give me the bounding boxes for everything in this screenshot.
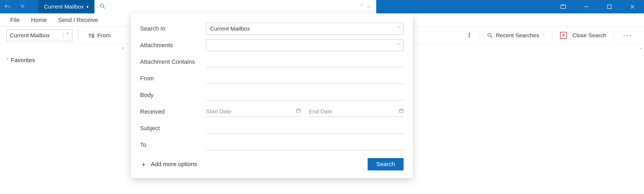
add-more-options-label: Add more options: [151, 161, 197, 168]
attachments-dropdown[interactable]: ˅: [206, 39, 404, 51]
end-date-input[interactable]: [309, 108, 399, 115]
search-button[interactable]: Search: [368, 158, 404, 170]
close-search-button[interactable]: ✕ Close Search: [556, 29, 610, 42]
svg-point-4: [488, 33, 491, 36]
subject-input[interactable]: [206, 123, 404, 134]
search-scope-dropdown[interactable]: Current Mailbox ˅: [6, 29, 72, 41]
to-label: To: [140, 141, 206, 148]
received-label: Received: [140, 108, 206, 115]
separator: [614, 29, 614, 42]
chevron-down-icon: ˅: [397, 26, 400, 31]
title-bar-left: Current Mailbox ▾ ˄ →: [0, 0, 376, 13]
subject-label: Subject: [140, 125, 206, 132]
tab-send-receive[interactable]: Send / Receive: [58, 17, 98, 24]
undo-icon: [4, 3, 11, 10]
svg-point-3: [92, 36, 94, 38]
attachment-contains-label: Attachment Contains: [140, 58, 206, 65]
attachment-contains-input[interactable]: [206, 57, 404, 67]
search-input[interactable]: [109, 4, 360, 10]
from-filter-label: From: [97, 32, 111, 39]
from-filter-button[interactable]: From: [85, 29, 114, 42]
body-input[interactable]: [206, 90, 404, 100]
submit-search-icon[interactable]: →: [365, 3, 371, 10]
search-icon: [99, 3, 106, 11]
to-input[interactable]: [206, 140, 404, 150]
minimize-icon: [583, 3, 590, 10]
window-controls: [552, 0, 644, 13]
end-date-field[interactable]: [309, 107, 404, 117]
close-button[interactable]: [621, 0, 644, 13]
envelope-person-icon: [88, 32, 95, 39]
add-more-options-button[interactable]: ＋ Add more options: [140, 160, 197, 169]
ribbon-right-group: ! Recent Searches ˅ ✕ Close Search ···: [463, 27, 638, 44]
plus-icon: ＋: [140, 160, 147, 169]
search-scope-chip[interactable]: Current Mailbox ▾: [38, 0, 94, 13]
from-label: From: [140, 75, 206, 82]
search-in-label: Search In: [140, 25, 206, 32]
separator: [479, 29, 479, 42]
search-in-value: Current Mailbox: [210, 25, 250, 32]
search-in-dropdown[interactable]: Current Mailbox ˅: [206, 23, 404, 35]
minimize-button[interactable]: [575, 0, 598, 13]
chevron-down-icon: ˅: [543, 33, 545, 38]
start-date-field[interactable]: [206, 107, 301, 117]
attachments-label: Attachments: [140, 42, 206, 49]
calendar-icon[interactable]: [399, 108, 404, 114]
search-box[interactable]: ˄ →: [94, 0, 376, 13]
ribbon-display-options-button[interactable]: [552, 0, 575, 13]
close-search-label: Close Search: [572, 32, 606, 39]
tab-file[interactable]: File: [10, 17, 20, 24]
separator: [78, 29, 79, 42]
svg-point-0: [100, 4, 104, 7]
title-bar: Current Mailbox ▾ ˄ →: [0, 0, 644, 13]
search-history-icon: [487, 32, 493, 39]
quick-access-button[interactable]: [15, 0, 30, 13]
ellipsis-icon: ···: [623, 31, 632, 39]
start-date-input[interactable]: [206, 108, 296, 115]
search-scope-chip-label: Current Mailbox: [44, 3, 84, 10]
tab-home[interactable]: Home: [31, 17, 47, 24]
close-icon: [629, 3, 636, 10]
body-label: Body: [140, 92, 206, 99]
separator: [552, 29, 552, 42]
advanced-search-panel: Search In Current Mailbox ˅ Attachments …: [131, 13, 413, 178]
collapse-advanced-icon[interactable]: ˄: [360, 4, 363, 10]
collapse-folder-pane-icon[interactable]: ‹: [122, 45, 124, 51]
close-x-icon: ✕: [560, 32, 567, 39]
important-flag-icon[interactable]: !: [468, 31, 471, 39]
chevron-down-icon: [20, 4, 25, 9]
chevron-down-icon: ▾: [86, 4, 89, 9]
chevron-down-icon: ˅: [6, 58, 9, 63]
ribbon-display-icon: [560, 3, 566, 10]
favorites-label: Favorites: [11, 57, 35, 64]
favorites-header[interactable]: ˅ Favorites: [6, 57, 125, 64]
search-scope-value: Current Mailbox: [10, 32, 50, 39]
maximize-button[interactable]: [598, 0, 621, 13]
chevron-down-icon: ˅: [397, 43, 400, 48]
maximize-icon: [606, 3, 613, 10]
svg-rect-6: [399, 109, 403, 113]
folder-pane: ‹ ˅ Favorites: [0, 44, 131, 194]
calendar-icon[interactable]: [296, 108, 301, 114]
recent-searches-button[interactable]: Recent Searches ˅: [483, 29, 548, 42]
undo-button[interactable]: [0, 0, 15, 13]
svg-rect-5: [297, 109, 300, 113]
recent-searches-label: Recent Searches: [496, 32, 539, 39]
more-commands-button[interactable]: ···: [618, 31, 638, 39]
from-input[interactable]: [206, 73, 404, 84]
svg-rect-2: [608, 5, 611, 9]
chevron-down-icon: ˅: [63, 32, 69, 39]
